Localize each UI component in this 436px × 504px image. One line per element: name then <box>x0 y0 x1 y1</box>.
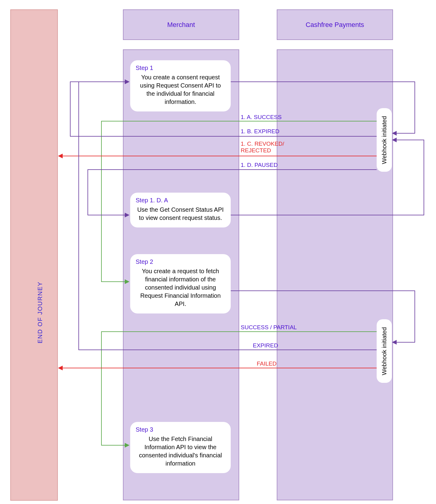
label-s2b: EXPIRED <box>253 342 278 349</box>
step-1d-card: Step 1. D. A Use the Get Consent Status … <box>130 193 231 227</box>
label-1b: 1. B. EXPIRED <box>241 128 279 135</box>
diagram-stage: END OF JOURNEY Merchant Cashfree Payment… <box>0 0 436 504</box>
step-1-card: Step 1 You create a consent request usin… <box>130 60 231 111</box>
webhook-1-label: Webhook initiated <box>381 116 388 164</box>
webhook-2: Webhook initiated <box>377 319 392 383</box>
step-1-body: You create a consent request using Reque… <box>136 73 225 106</box>
merchant-header-label: Merchant <box>167 21 195 29</box>
end-lane-label: END OF JOURNEY <box>37 281 44 343</box>
merchant-header: Merchant <box>123 9 239 40</box>
webhook-2-label: Webhook initiated <box>381 327 388 375</box>
cashfree-lane <box>277 49 393 500</box>
step-2-card: Step 2 You create a request to fetch fin… <box>130 254 231 313</box>
cashfree-header-label: Cashfree Payments <box>306 21 364 29</box>
step-2-body: You create a request to fetch financial … <box>136 267 225 308</box>
step-3-card: Step 3 Use the Fetch Financial Informati… <box>130 422 231 473</box>
step-3-title: Step 3 <box>136 426 225 433</box>
label-s2a: SUCCESS / PARTIAL <box>241 324 297 331</box>
step-1d-body: Use the Get Consent Status API to view c… <box>136 206 225 222</box>
label-1d: 1. D. PAUSED <box>241 162 278 168</box>
webhook-1: Webhook initiated <box>377 108 392 172</box>
cashfree-header: Cashfree Payments <box>277 9 393 40</box>
label-s2c: FAILED <box>257 360 276 367</box>
step-3-body: Use the Fetch Financial Information API … <box>136 435 225 468</box>
step-1-title: Step 1 <box>136 65 225 71</box>
step-1d-title: Step 1. D. A <box>136 197 225 204</box>
step-2-title: Step 2 <box>136 258 225 265</box>
label-1a: 1. A. SUCCESS <box>241 114 282 121</box>
end-lane <box>10 9 58 501</box>
label-1c: 1. C. REVOKED/ REJECTED <box>241 141 289 154</box>
